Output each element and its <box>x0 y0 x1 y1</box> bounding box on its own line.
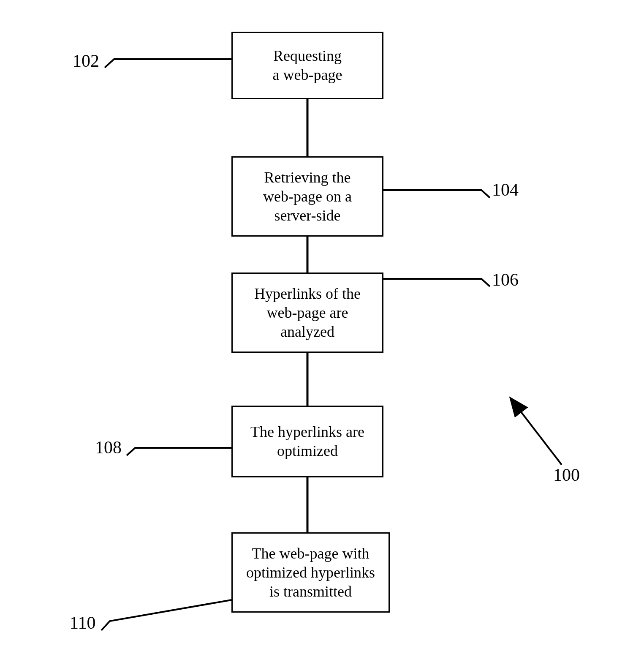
leader-104 <box>383 190 490 198</box>
leader-100-arrow <box>519 410 562 465</box>
step-text-104: Retrieving theweb-page on aserver-side <box>263 168 352 225</box>
step-text-102: Requestinga web-page <box>273 46 342 84</box>
step-text-110: The web-page withoptimized hyperlinksis … <box>246 544 375 601</box>
leader-110 <box>101 600 231 630</box>
step-box-110: The web-page withoptimized hyperlinksis … <box>231 532 390 613</box>
ref-label-110: 110 <box>70 613 95 633</box>
leader-102 <box>105 59 231 68</box>
step-box-102: Requestinga web-page <box>231 32 383 99</box>
step-box-104: Retrieving theweb-page on aserver-side <box>231 156 383 237</box>
step-box-108: The hyperlinks areoptimized <box>231 406 383 477</box>
ref-label-102: 102 <box>73 51 99 71</box>
step-text-108: The hyperlinks areoptimized <box>250 422 364 461</box>
ref-label-106: 106 <box>492 270 519 290</box>
flowchart-canvas: Requestinga web-page Retrieving theweb-p… <box>0 0 644 665</box>
leader-106 <box>383 279 490 286</box>
step-text-106: Hyperlinks of theweb-page areanalyzed <box>254 284 361 341</box>
ref-label-104: 104 <box>492 180 519 200</box>
ref-label-100: 100 <box>553 465 580 485</box>
step-box-106: Hyperlinks of theweb-page areanalyzed <box>231 273 383 353</box>
leader-108 <box>127 448 231 455</box>
ref-label-108: 108 <box>95 437 122 458</box>
